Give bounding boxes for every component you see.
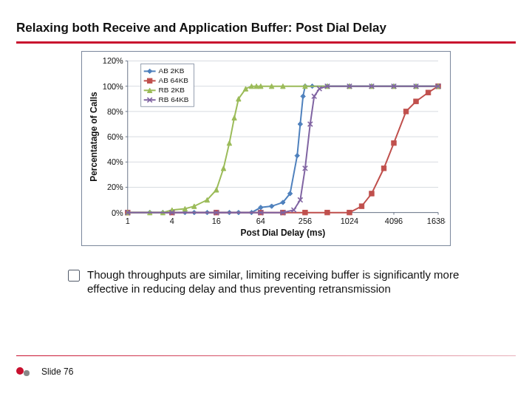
title-divider	[16, 41, 516, 44]
bullet-text: Though throughputs are similar, limiting…	[87, 268, 501, 296]
svg-text:16384: 16384	[427, 216, 446, 225]
bullet-checkbox-icon	[68, 270, 80, 282]
svg-rect-45	[325, 210, 330, 214]
svg-rect-51	[403, 109, 408, 114]
svg-rect-47	[359, 204, 364, 208]
bullet-item: Though throughputs are similar, limiting…	[68, 268, 501, 296]
svg-text:1024: 1024	[341, 216, 358, 225]
svg-text:Percentatage of Calls: Percentatage of Calls	[89, 92, 99, 182]
post-dial-delay-chart: 0%20%40%60%80%100%120%141664256102440961…	[85, 55, 446, 239]
svg-text:80%: 80%	[107, 107, 123, 116]
svg-rect-52	[414, 99, 418, 103]
svg-text:AB 64KB: AB 64KB	[159, 76, 189, 84]
svg-text:100%: 100%	[103, 82, 123, 91]
svg-rect-44	[303, 210, 307, 214]
svg-text:4096: 4096	[385, 216, 403, 225]
footer-divider	[16, 355, 516, 356]
slide: Relaxing both Receive and Application Bu…	[0, 0, 532, 399]
svg-rect-49	[381, 166, 386, 171]
svg-text:AB 2KB: AB 2KB	[159, 66, 185, 75]
svg-text:1: 1	[126, 216, 130, 225]
svg-text:RB 2KB: RB 2KB	[159, 86, 185, 94]
slide-title: Relaxing both Receive and Application Bu…	[16, 21, 516, 41]
svg-rect-48	[369, 191, 374, 196]
svg-text:16: 16	[212, 216, 221, 225]
chart-container: 0%20%40%60%80%100%120%141664256102440961…	[81, 51, 451, 246]
svg-rect-53	[426, 90, 430, 95]
svg-text:40%: 40%	[107, 157, 123, 166]
logo-icon	[16, 367, 33, 376]
svg-text:64: 64	[256, 216, 265, 225]
svg-text:0%: 0%	[112, 208, 123, 217]
svg-text:Post Dial Delay (ms): Post Dial Delay (ms)	[241, 228, 326, 239]
svg-rect-50	[392, 140, 396, 145]
svg-rect-46	[347, 210, 352, 214]
slide-number: Slide 76	[41, 366, 73, 377]
svg-text:60%: 60%	[107, 132, 123, 141]
svg-text:256: 256	[299, 216, 312, 225]
slide-footer: Slide 76	[16, 355, 516, 377]
svg-text:120%: 120%	[103, 56, 123, 65]
bullet-list: Though throughputs are similar, limiting…	[68, 268, 501, 296]
svg-text:4: 4	[170, 216, 174, 225]
svg-rect-61	[147, 78, 151, 83]
svg-text:RB 64KB: RB 64KB	[159, 95, 189, 103]
svg-text:20%: 20%	[107, 183, 123, 191]
